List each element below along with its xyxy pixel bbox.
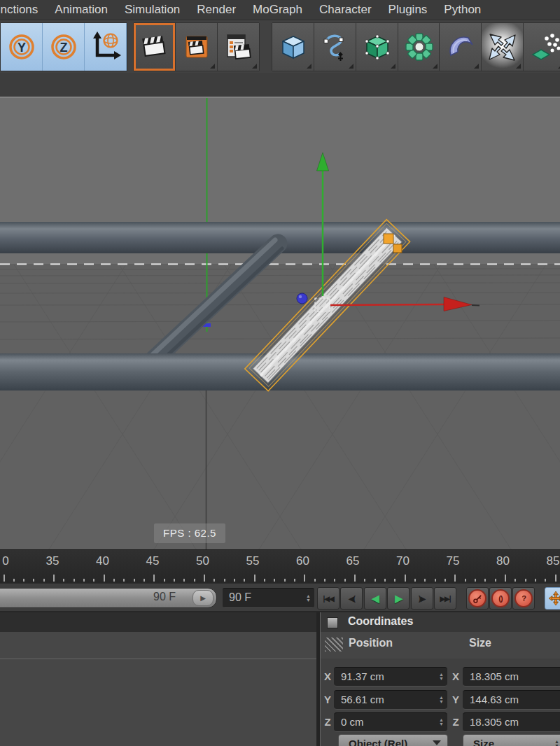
field-object-button[interactable] — [440, 23, 482, 71]
deformer-icon — [404, 31, 435, 62]
key-icon — [468, 589, 486, 607]
ruler-tick — [43, 579, 45, 582]
size-mode-dropdown[interactable]: Size ▲▼ — [463, 734, 560, 746]
viewport-3d-scene[interactable] — [0, 98, 560, 549]
size-z-value: 18.305 cm — [470, 716, 519, 728]
position-z-spinner[interactable]: ▲▼ — [439, 718, 444, 726]
ruler-frame-label: 75 — [447, 554, 460, 568]
previous-key-button[interactable]: ◀( — [340, 587, 363, 610]
size-x-field[interactable]: 18.305 cm — [463, 667, 560, 687]
position-x-label: X — [323, 670, 332, 682]
play-backwards-button[interactable]: ◀ — [364, 587, 386, 610]
y-axis-lock-button[interactable]: Y — [1, 23, 43, 71]
range-end-value: 90 F — [153, 591, 176, 603]
z-axis-lock-button[interactable]: Z — [43, 23, 85, 71]
z-axis-handle-highlight — [299, 295, 302, 298]
scale-handle-square[interactable] — [384, 234, 393, 244]
spline-pen-icon — [320, 31, 351, 62]
ruler-tick — [224, 579, 225, 582]
size-y-value: 144.63 cm — [470, 694, 519, 705]
menu-item-character[interactable]: Character — [319, 3, 372, 17]
ruler-frame-label: 70 — [396, 554, 410, 568]
menu-item-animation[interactable]: Animation — [55, 3, 108, 17]
ruler-tick — [475, 579, 476, 582]
goto-start-button[interactable]: |◀◀ — [317, 587, 340, 610]
position-x-value: 91.37 cm — [341, 670, 384, 682]
ruler-tick — [93, 579, 94, 582]
particle-emitter-button[interactable] — [524, 23, 560, 71]
menu-item-simulation[interactable]: Simulation — [125, 3, 180, 17]
render-group — [133, 22, 260, 71]
grip-handle-icon[interactable] — [325, 638, 343, 652]
ruler-tick — [174, 579, 175, 582]
ruler-tick — [324, 579, 326, 582]
size-y-field[interactable]: 144.63 cm — [463, 690, 560, 710]
move-keyframes-button[interactable] — [545, 587, 560, 610]
particle-forces-button[interactable] — [482, 23, 524, 71]
ruler-tick — [83, 579, 85, 582]
ruler-tick — [264, 579, 265, 582]
ruler-tick — [104, 575, 105, 582]
position-y-label: Y — [323, 694, 332, 705]
axis-lock-group: Y Z — [0, 22, 127, 71]
size-mode-spinner: ▲▼ — [554, 740, 559, 746]
range-play-arrow-icon[interactable]: ▶ — [192, 590, 214, 606]
position-mode-dropdown[interactable]: Object (Rel) — [338, 734, 448, 746]
ruler-frame-label: 85 — [547, 554, 560, 568]
play-forwards-button[interactable]: ▶ — [387, 587, 410, 610]
coordinate-system-button[interactable] — [85, 23, 127, 71]
position-z-field[interactable]: 0 cm ▲▼ — [334, 712, 447, 732]
ruler-tick — [234, 579, 235, 582]
z-axis-lock-icon: Z — [48, 31, 79, 62]
ruler-tick — [444, 579, 446, 582]
ruler-tick — [424, 579, 426, 582]
menu-item-functions[interactable]: unctions — [0, 3, 38, 17]
menu-item-plugins[interactable]: Plugins — [388, 3, 428, 17]
render-picture-viewer-icon — [181, 31, 212, 62]
menu-item-python[interactable]: Python — [444, 3, 481, 17]
record-help-button[interactable]: ? — [512, 587, 535, 610]
ruler-frame-label: 0 — [2, 554, 8, 568]
left-panel-header-band — [0, 632, 317, 659]
ruler-tick — [254, 575, 255, 582]
axis-center-dashed-square[interactable] — [315, 298, 330, 311]
ruler-tick — [394, 579, 396, 582]
x-axis-arrow[interactable] — [330, 304, 444, 305]
current-frame-field[interactable]: 90 F ▲▼ — [223, 588, 314, 608]
ruler-tick — [555, 575, 556, 582]
position-x-field[interactable]: 91.37 cm ▲▼ — [334, 667, 447, 687]
subdivision-surface-button[interactable] — [356, 23, 398, 71]
goto-end-button[interactable]: ▶▶| — [434, 587, 456, 610]
next-key-button[interactable]: )▶ — [411, 587, 433, 610]
menu-item-mograph[interactable]: MoGraph — [253, 3, 302, 17]
position-y-value: 56.61 cm — [341, 694, 384, 705]
render-picture-viewer-button[interactable] — [176, 23, 218, 71]
position-x-spinner[interactable]: ▲▼ — [439, 673, 444, 681]
render-settings-button[interactable] — [218, 23, 259, 71]
scale-handle-square-2[interactable] — [393, 244, 402, 253]
z-axis-handle[interactable] — [297, 293, 307, 304]
cube-primitive-button[interactable] — [272, 23, 314, 71]
svg-text:Y: Y — [17, 41, 25, 55]
record-keyframe-button[interactable] — [466, 587, 489, 610]
ruler-tick — [214, 579, 215, 582]
size-z-field[interactable]: 18.305 cm — [463, 712, 560, 732]
coordinates-header[interactable]: Coordinates — [321, 612, 560, 632]
record-scope-button[interactable]: () — [489, 587, 512, 610]
position-y-field[interactable]: 56.61 cm ▲▼ — [334, 690, 447, 710]
coordinates-title: Coordinates — [348, 615, 413, 628]
spline-pen-button[interactable] — [314, 23, 356, 71]
position-z-label: Z — [323, 716, 332, 728]
position-y-spinner[interactable]: ▲▼ — [439, 696, 444, 704]
ruler-frame-label: 45 — [146, 554, 160, 568]
ruler-tick — [204, 575, 205, 582]
frame-spinner[interactable]: ▲▼ — [306, 594, 311, 603]
menu-item-render[interactable]: Render — [197, 3, 236, 17]
cube-primitive-icon — [278, 31, 309, 62]
preview-range-slider[interactable]: 90 F ▶ — [0, 588, 217, 608]
timeline-lower-strip — [0, 612, 317, 632]
render-view-button[interactable] — [134, 23, 176, 71]
deformer-button[interactable] — [398, 23, 440, 71]
timeline-ruler[interactable]: 03540455055606570758085 — [0, 549, 560, 584]
position-column-header: Position — [349, 637, 393, 649]
